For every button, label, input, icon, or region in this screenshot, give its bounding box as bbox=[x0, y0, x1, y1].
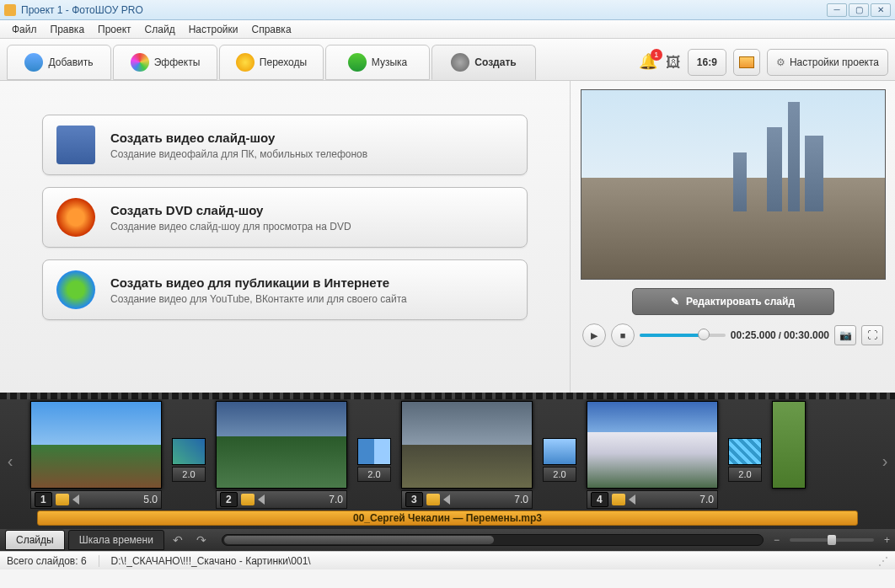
notification-badge: 1 bbox=[651, 49, 662, 61]
slide-number: 4 bbox=[591, 492, 608, 507]
menu-file[interactable]: Файл bbox=[5, 22, 44, 37]
timeline-scrollbar[interactable] bbox=[222, 534, 764, 546]
tab-effects[interactable]: Эффекты bbox=[113, 45, 217, 80]
create-video-button[interactable]: Создать видео слайд-шоу Создание видеофа… bbox=[42, 115, 528, 175]
preview-panel: ✎ Редактировать слайд ▶ ■ 00:25.000 / 00… bbox=[570, 81, 895, 393]
create-panel: Создать видео слайд-шоу Создание видеофа… bbox=[0, 81, 570, 393]
play-icon[interactable] bbox=[258, 494, 265, 505]
maximize-button[interactable]: ▢ bbox=[849, 3, 869, 17]
undo-button[interactable]: ↶ bbox=[168, 533, 188, 547]
zoom-slider[interactable] bbox=[790, 538, 874, 542]
slide-number: 2 bbox=[220, 492, 238, 507]
timeline-prev-button[interactable]: ‹ bbox=[2, 440, 19, 482]
globe-icon bbox=[56, 270, 95, 309]
tab-music[interactable]: Музыка bbox=[325, 45, 430, 80]
timeline-transition-4[interactable]: 2.0 bbox=[728, 438, 762, 482]
menu-edit[interactable]: Правка bbox=[44, 22, 92, 37]
zoom-thumb[interactable] bbox=[828, 535, 836, 545]
music-icon bbox=[348, 53, 367, 72]
play-icon[interactable] bbox=[72, 494, 79, 505]
menubar: Файл Правка Проект Слайд Настройки Справ… bbox=[0, 20, 895, 39]
scrollbar-thumb[interactable] bbox=[224, 536, 495, 544]
menu-slide[interactable]: Слайд bbox=[138, 22, 182, 37]
safe-zone-icon bbox=[739, 56, 754, 68]
window-title: Проект 1 - ФотоШОУ PRO bbox=[21, 4, 827, 16]
transition-duration: 2.0 bbox=[172, 467, 206, 482]
status-total-slides-label: Всего слайдов: bbox=[7, 555, 78, 567]
fullscreen-button[interactable]: ⛶ bbox=[861, 325, 883, 345]
transition-duration: 2.0 bbox=[357, 467, 391, 482]
stop-button[interactable]: ■ bbox=[611, 323, 635, 347]
timeline-slide-2[interactable]: 2 7.0 bbox=[216, 401, 347, 509]
tab-add[interactable]: Добавить bbox=[7, 45, 111, 80]
timeline: ‹ 1 5.0 2.0 2 7.0 2.0 3 7.0 bbox=[0, 393, 895, 529]
timeline-slide-3[interactable]: 3 7.0 bbox=[401, 401, 533, 509]
play-button[interactable]: ▶ bbox=[582, 323, 606, 347]
edit-icon[interactable] bbox=[426, 494, 440, 505]
notifications-button[interactable]: 🔔 1 bbox=[639, 52, 659, 72]
create-internet-button[interactable]: Создать видео для публикации в Интернете… bbox=[42, 259, 528, 320]
zoom-in-icon[interactable]: + bbox=[884, 534, 890, 546]
gallery-icon[interactable]: 🖼 bbox=[666, 54, 681, 72]
palette-icon bbox=[131, 53, 149, 72]
zoom-out-icon[interactable]: − bbox=[774, 534, 780, 546]
edit-icon[interactable] bbox=[241, 494, 255, 505]
slide-number: 1 bbox=[35, 492, 52, 507]
status-total-slides-value: 6 bbox=[81, 555, 87, 567]
camera-icon: 📷 bbox=[839, 329, 852, 341]
resize-grip[interactable]: ⋰ bbox=[878, 555, 888, 567]
app-icon bbox=[4, 4, 16, 16]
transition-duration: 2.0 bbox=[728, 467, 762, 482]
status-path: D:\!_СКАЧАНО\!!!_Скачано - Картинки\001\ bbox=[111, 555, 311, 567]
preview-viewport[interactable] bbox=[581, 89, 886, 280]
timecode: 00:25.000 / 00:30.000 bbox=[731, 329, 829, 341]
timeline-transition-2[interactable]: 2.0 bbox=[357, 438, 391, 482]
timeline-slide-4[interactable]: 4 7.0 bbox=[587, 401, 718, 509]
menu-settings[interactable]: Настройки bbox=[182, 22, 245, 37]
camera-icon bbox=[24, 53, 43, 72]
play-icon[interactable] bbox=[629, 494, 635, 505]
slide-duration: 7.0 bbox=[514, 494, 528, 505]
edit-slide-button[interactable]: ✎ Редактировать слайд bbox=[632, 288, 834, 315]
snapshot-button[interactable]: 📷 bbox=[834, 325, 856, 345]
create-dvd-button[interactable]: Создать DVD слайд-шоу Создание видео сла… bbox=[42, 187, 528, 248]
audio-track[interactable]: 00_Сергей Чекалин — Перемены.mp3 bbox=[37, 510, 858, 526]
create-dvd-title: Создать DVD слайд-шоу bbox=[110, 203, 351, 217]
project-settings-button[interactable]: ⚙ Настройки проекта bbox=[767, 49, 888, 76]
slide-duration: 7.0 bbox=[329, 494, 343, 505]
fullscreen-icon: ⛶ bbox=[867, 329, 877, 341]
menu-help[interactable]: Справка bbox=[244, 22, 297, 37]
tab-transitions[interactable]: Переходы bbox=[219, 45, 324, 80]
timeline-next-button[interactable]: › bbox=[876, 440, 893, 482]
view-tab-slides[interactable]: Слайды bbox=[5, 530, 65, 550]
minimize-button[interactable]: ─ bbox=[827, 3, 847, 17]
close-button[interactable]: ✕ bbox=[871, 3, 891, 17]
aspect-ratio-button[interactable]: 16:9 bbox=[688, 49, 726, 76]
slider-thumb[interactable] bbox=[698, 329, 710, 340]
star-icon bbox=[236, 53, 255, 72]
slide-duration: 7.0 bbox=[699, 494, 714, 505]
playback-slider[interactable] bbox=[640, 334, 726, 337]
reel-icon bbox=[451, 53, 469, 72]
audio-track-label: 00_Сергей Чекалин — Перемены.mp3 bbox=[353, 512, 542, 524]
timeline-transition-1[interactable]: 2.0 bbox=[172, 438, 206, 482]
play-icon[interactable] bbox=[443, 494, 450, 505]
create-internet-desc: Создание видео для YouTube, ВКонтакте ил… bbox=[110, 293, 407, 305]
edit-icon[interactable] bbox=[56, 494, 69, 505]
video-file-icon bbox=[56, 126, 95, 164]
timeline-slide-1[interactable]: 1 5.0 bbox=[30, 401, 162, 509]
safe-zone-button[interactable] bbox=[733, 49, 760, 76]
tab-create[interactable]: Создать bbox=[431, 45, 536, 80]
slide-duration: 5.0 bbox=[143, 494, 158, 505]
edit-icon[interactable] bbox=[612, 494, 625, 505]
dvd-icon bbox=[56, 198, 95, 237]
create-dvd-desc: Создание видео слайд-шоу для просмотра н… bbox=[110, 221, 351, 233]
view-tab-timeline[interactable]: Шкала времени bbox=[68, 530, 164, 550]
timeline-transition-3[interactable]: 2.0 bbox=[543, 438, 576, 482]
timeline-slide-5[interactable] bbox=[772, 401, 806, 489]
create-internet-title: Создать видео для публикации в Интернете bbox=[110, 275, 407, 290]
menu-project[interactable]: Проект bbox=[91, 22, 138, 37]
gear-icon: ⚙ bbox=[776, 56, 785, 68]
redo-button[interactable]: ↷ bbox=[191, 533, 212, 547]
create-video-title: Создать видео слайд-шоу bbox=[110, 131, 367, 145]
